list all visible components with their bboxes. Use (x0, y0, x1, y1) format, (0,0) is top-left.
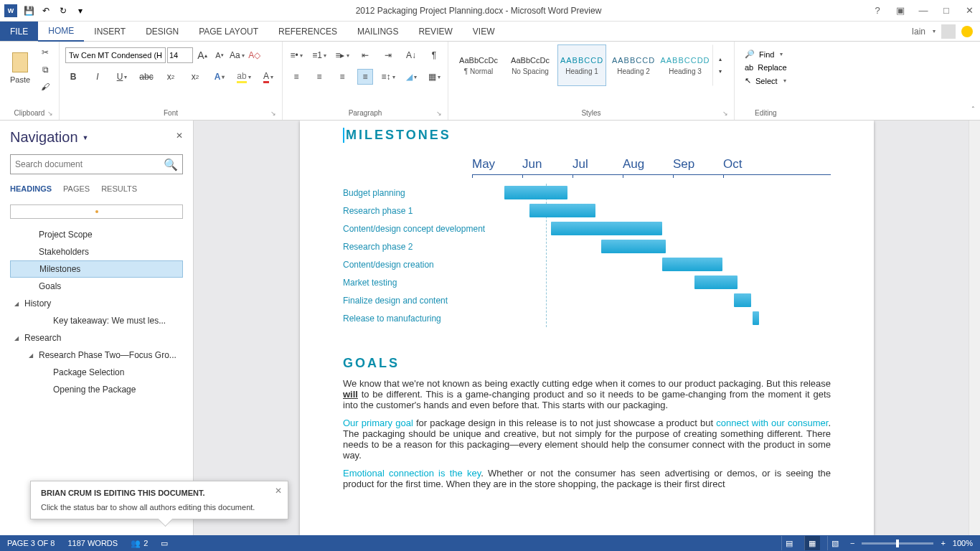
minimize-icon[interactable]: — (917, 4, 930, 17)
collapse-ribbon-icon[interactable]: ˆ (972, 106, 974, 114)
style-tile[interactable]: AaBbCcDc¶ Normal (454, 44, 503, 86)
subscript-button[interactable]: x2 (163, 69, 179, 85)
status-page[interactable]: PAGE 3 OF 8 (7, 539, 55, 547)
nav-item[interactable]: Opening the Package (10, 381, 183, 398)
clear-formatting-icon[interactable]: A◇ (247, 47, 263, 63)
justify-icon[interactable]: ≡ (357, 69, 373, 85)
close-icon[interactable]: ✕ (963, 4, 976, 17)
tab-layout[interactable]: PAGE LAYOUT (189, 22, 268, 41)
text-effects-icon[interactable]: A▾ (212, 69, 227, 85)
zoom-level[interactable]: 100% (953, 539, 973, 547)
nav-item[interactable]: ◢Research (10, 329, 183, 347)
align-left-icon[interactable]: ≡ (288, 69, 304, 85)
shrink-font-icon[interactable]: A▾ (212, 47, 227, 63)
style-tile[interactable]: AABBCCDDHeading 3 (661, 44, 710, 86)
font-size-combo[interactable] (167, 47, 193, 63)
ribbon-options-icon[interactable]: ▣ (894, 4, 907, 17)
tab-mailings[interactable]: MAILINGS (347, 22, 408, 41)
zoom-slider[interactable] (862, 542, 933, 545)
multilevel-icon[interactable]: ≡▸▾ (334, 47, 350, 63)
launcher-icon[interactable]: ↘ (722, 110, 728, 117)
decrease-indent-icon[interactable]: ⇤ (357, 47, 373, 63)
save-icon[interactable]: 💾 (23, 5, 34, 17)
select-button[interactable]: ↖Select▾ (740, 74, 791, 88)
tab-references[interactable]: REFERENCES (268, 22, 347, 41)
nav-item[interactable]: Milestones (10, 260, 183, 278)
copy-icon[interactable]: ⧉ (37, 62, 53, 77)
align-center-icon[interactable]: ≡ (311, 69, 327, 85)
find-button[interactable]: 🔎Find▾ (740, 47, 787, 61)
format-painter-icon[interactable]: 🖌 (37, 79, 53, 95)
style-tile[interactable]: AABBCCDHeading 2 (609, 44, 658, 86)
help-icon[interactable]: ? (871, 4, 884, 17)
tab-design[interactable]: DESIGN (136, 22, 189, 41)
tab-review[interactable]: REVIEW (408, 22, 462, 41)
status-macros-icon[interactable]: ▭ (161, 539, 168, 548)
grow-font-icon[interactable]: A▴ (194, 47, 210, 63)
highlight-icon[interactable]: ab▾ (236, 69, 252, 85)
borders-icon[interactable]: ▦▾ (426, 69, 442, 85)
nav-caret-icon[interactable]: ▼ (83, 134, 89, 141)
nav-item[interactable]: Goals (10, 278, 183, 295)
qat-customize-caret[interactable]: ▾ (75, 5, 86, 17)
show-marks-icon[interactable]: ¶ (426, 47, 442, 63)
nav-close-icon[interactable]: ✕ (176, 131, 183, 141)
view-web-icon[interactable]: ▧ (827, 536, 843, 550)
zoom-out-icon[interactable]: − (850, 539, 854, 547)
nav-item[interactable]: ◢History (10, 295, 183, 312)
redo-icon[interactable]: ↻ (57, 5, 69, 17)
nav-search-input[interactable] (15, 159, 164, 169)
tab-insert[interactable]: INSERT (84, 22, 136, 41)
style-tile[interactable]: AaBbCcDcNo Spacing (506, 44, 555, 86)
nav-tab[interactable]: PAGES (63, 184, 90, 196)
scrollbar-vertical[interactable] (969, 121, 980, 535)
numbering-icon[interactable]: ≡1▾ (311, 47, 327, 63)
nav-item[interactable]: Key takeaway: We must les... (10, 312, 183, 329)
toast-close-icon[interactable]: ✕ (275, 486, 282, 496)
line-spacing-icon[interactable]: ≡↕▾ (380, 69, 396, 85)
change-case-icon[interactable]: Aa▾ (229, 47, 245, 63)
launcher-icon[interactable]: ↘ (47, 110, 53, 117)
bullets-icon[interactable]: ≡•▾ (288, 47, 304, 63)
launcher-icon[interactable]: ↘ (270, 110, 276, 117)
zoom-thumb[interactable] (896, 540, 899, 547)
increase-indent-icon[interactable]: ⇥ (380, 47, 396, 63)
replace-button[interactable]: abReplace (740, 61, 791, 74)
font-color-icon[interactable]: A▾ (260, 69, 276, 85)
link[interactable]: Our primary goal (343, 418, 413, 428)
user-area[interactable]: Iain ▾ (912, 22, 980, 41)
cut-icon[interactable]: ✂ (37, 44, 53, 60)
underline-button[interactable]: U▾ (114, 69, 130, 85)
maximize-icon[interactable]: □ (940, 4, 953, 17)
view-print-icon[interactable]: ▦ (804, 536, 820, 550)
zoom-in-icon[interactable]: + (941, 539, 945, 547)
nav-search[interactable]: 🔍 (10, 154, 183, 174)
feedback-smiley-icon[interactable] (961, 26, 973, 37)
align-right-icon[interactable]: ≡ (334, 69, 350, 85)
nav-position-indicator[interactable] (10, 204, 183, 219)
document-area[interactable]: MILESTONES MayJunJulAugSepOct Budget pla… (194, 121, 980, 535)
italic-button[interactable]: I (90, 69, 105, 85)
paste-button[interactable]: Paste (6, 44, 34, 92)
tab-home[interactable]: HOME (38, 22, 84, 42)
nav-item[interactable]: Stakeholders (10, 243, 183, 260)
link[interactable]: Emotional connection is the key (343, 468, 481, 479)
launcher-icon[interactable]: ↘ (436, 110, 442, 117)
undo-icon[interactable]: ↶ (40, 5, 52, 17)
bold-button[interactable]: B (65, 69, 81, 85)
link[interactable]: connect with our consumer (716, 418, 828, 428)
tab-view[interactable]: VIEW (463, 22, 505, 41)
font-name-combo[interactable] (65, 47, 166, 63)
nav-item[interactable]: Project Scope (10, 226, 183, 243)
styles-more-icon[interactable]: ▴▾ (712, 44, 728, 86)
style-tile[interactable]: AABBCCDHeading 1 (557, 44, 606, 86)
view-read-icon[interactable]: ▤ (781, 536, 797, 550)
shading-icon[interactable]: ◢▾ (403, 69, 419, 85)
status-words[interactable]: 1187 WORDS (67, 539, 118, 547)
nav-item[interactable]: ◢Research Phase Two—Focus Gro... (10, 347, 183, 364)
superscript-button[interactable]: x2 (187, 69, 203, 85)
tab-file[interactable]: FILE (0, 22, 38, 41)
nav-tab[interactable]: HEADINGS (10, 184, 52, 196)
search-icon[interactable]: 🔍 (164, 158, 178, 171)
nav-item[interactable]: Package Selection (10, 364, 183, 381)
